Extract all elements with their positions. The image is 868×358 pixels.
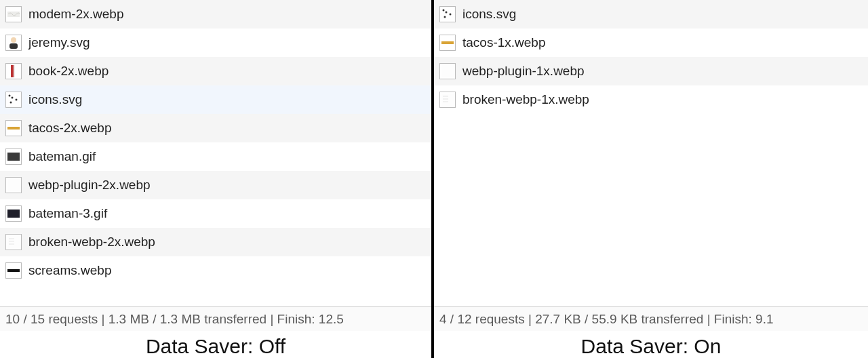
file-thumbnail-icon xyxy=(5,148,22,165)
file-list-left: modem-2x.webpjeremy.svgbook-2x.webpicons… xyxy=(0,0,431,306)
file-thumbnail-icon xyxy=(5,234,22,250)
file-name: webp-plugin-2x.webp xyxy=(28,178,151,193)
status-bar-left: 10 / 15 requests | 1.3 MB / 1.3 MB trans… xyxy=(0,306,431,331)
svg-rect-11 xyxy=(7,179,20,191)
file-name: bateman-3.gif xyxy=(28,206,107,221)
svg-rect-3 xyxy=(11,65,14,77)
svg-point-6 xyxy=(12,97,14,99)
svg-point-19 xyxy=(446,12,448,14)
file-thumbnail-icon xyxy=(5,6,22,22)
svg-rect-0 xyxy=(7,12,20,17)
file-list-right: icons.svgtacos-1x.webpwebp-plugin-1x.web… xyxy=(434,0,868,306)
file-thumbnail-icon xyxy=(5,92,22,108)
file-row[interactable]: icons.svg xyxy=(434,0,868,28)
file-row[interactable]: modem-2x.webp xyxy=(0,0,431,28)
file-row[interactable]: broken-webp-2x.webp xyxy=(0,228,431,256)
svg-rect-17 xyxy=(7,269,20,272)
svg-rect-13 xyxy=(7,236,20,248)
svg-rect-22 xyxy=(441,41,454,44)
status-bar-right: 4 / 12 requests | 27.7 KB / 55.9 KB tran… xyxy=(434,306,868,331)
svg-point-1 xyxy=(11,37,16,43)
caption-right: Data Saver: On xyxy=(434,331,868,358)
file-row[interactable]: tacos-2x.webp xyxy=(0,114,431,142)
file-name: bateman.gif xyxy=(28,149,96,164)
svg-point-5 xyxy=(9,95,11,97)
svg-rect-10 xyxy=(7,153,20,161)
file-thumbnail-icon xyxy=(439,92,456,108)
svg-rect-9 xyxy=(7,127,20,130)
file-name: icons.svg xyxy=(462,7,516,22)
file-row[interactable]: icons.svg xyxy=(0,85,431,114)
svg-point-18 xyxy=(443,9,445,12)
svg-rect-4 xyxy=(14,65,15,77)
file-thumbnail-icon xyxy=(439,63,456,79)
file-name: tacos-1x.webp xyxy=(462,35,546,50)
file-row[interactable]: book-2x.webp xyxy=(0,57,431,85)
file-thumbnail-icon xyxy=(5,63,22,79)
panel-data-saver-off: modem-2x.webpjeremy.svgbook-2x.webpicons… xyxy=(0,0,434,358)
file-thumbnail-icon xyxy=(439,35,456,51)
file-thumbnail-icon xyxy=(439,6,456,22)
file-name: jeremy.svg xyxy=(28,35,90,50)
svg-point-21 xyxy=(444,16,446,18)
file-row[interactable]: bateman-3.gif xyxy=(0,199,431,228)
file-row[interactable]: webp-plugin-2x.webp xyxy=(0,171,431,199)
file-row[interactable]: jeremy.svg xyxy=(0,28,431,57)
file-name: broken-webp-2x.webp xyxy=(28,235,155,250)
file-row[interactable]: bateman.gif xyxy=(0,142,431,171)
file-name: icons.svg xyxy=(28,92,82,107)
file-name: screams.webp xyxy=(28,263,112,278)
svg-rect-24 xyxy=(441,94,454,106)
file-thumbnail-icon xyxy=(5,120,22,136)
file-name: broken-webp-1x.webp xyxy=(462,92,589,107)
svg-rect-12 xyxy=(7,210,20,218)
svg-rect-2 xyxy=(9,43,18,49)
caption-left: Data Saver: Off xyxy=(0,331,431,358)
file-thumbnail-icon xyxy=(5,177,22,193)
file-name: book-2x.webp xyxy=(28,64,108,79)
file-row[interactable]: broken-webp-1x.webp xyxy=(434,85,868,114)
panel-data-saver-on: icons.svgtacos-1x.webpwebp-plugin-1x.web… xyxy=(434,0,868,358)
file-row[interactable]: tacos-1x.webp xyxy=(434,28,868,57)
file-thumbnail-icon xyxy=(5,262,22,279)
svg-point-7 xyxy=(16,99,18,101)
file-thumbnail-icon xyxy=(5,35,22,51)
svg-point-20 xyxy=(450,14,452,16)
svg-rect-23 xyxy=(441,65,454,77)
file-name: modem-2x.webp xyxy=(28,7,123,22)
file-name: tacos-2x.webp xyxy=(28,121,112,136)
file-row[interactable]: screams.webp xyxy=(0,256,431,285)
svg-point-8 xyxy=(10,102,12,104)
file-row[interactable]: webp-plugin-1x.webp xyxy=(434,57,868,85)
file-thumbnail-icon xyxy=(5,205,22,222)
file-name: webp-plugin-1x.webp xyxy=(462,64,585,79)
